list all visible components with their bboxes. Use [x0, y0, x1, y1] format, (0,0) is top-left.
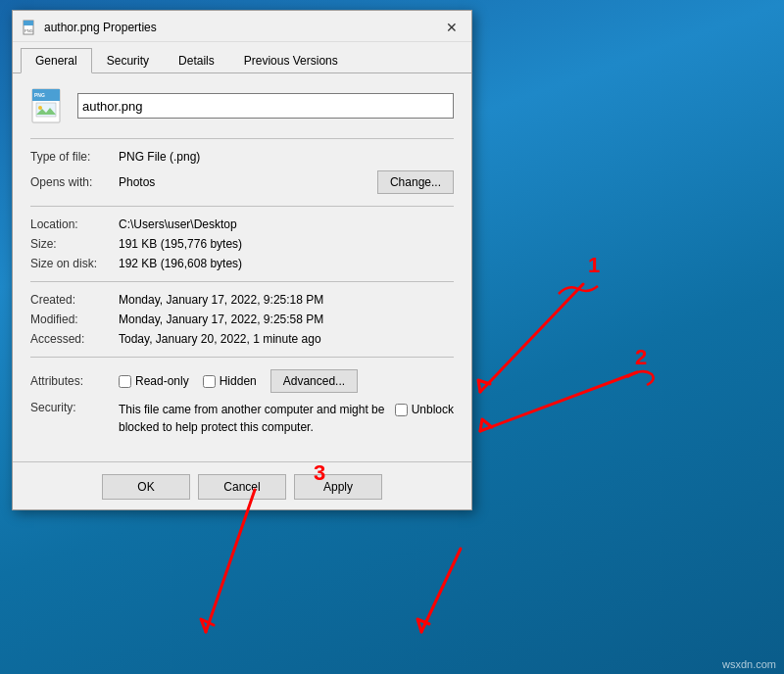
modified-row: Modified: Monday, January 17, 2022, 9:25…: [30, 310, 454, 329]
security-content: This file came from another computer and…: [119, 401, 454, 436]
close-button[interactable]: ✕: [440, 17, 464, 38]
type-row: Type of file: PNG File (.png): [30, 147, 454, 167]
accessed-label: Accessed:: [30, 332, 119, 346]
readonly-checkbox[interactable]: [119, 375, 131, 388]
attributes-label: Attributes:: [30, 374, 119, 388]
general-tab-content: PNG Type of file: PNG File (.png) Opens …: [13, 73, 471, 452]
location-label: Location:: [30, 217, 119, 231]
separator-4: [30, 357, 454, 358]
security-text: This file came from another computer and…: [119, 401, 385, 436]
tab-general[interactable]: General: [21, 48, 92, 73]
file-icon: PNG: [30, 87, 68, 124]
svg-text:PNG: PNG: [24, 28, 33, 33]
readonly-label: Read-only: [135, 374, 189, 388]
size-value: 191 KB (195,776 bytes): [119, 237, 454, 251]
type-label: Type of file:: [30, 150, 119, 164]
created-value: Monday, January 17, 2022, 9:25:18 PM: [119, 293, 454, 307]
advanced-button[interactable]: Advanced...: [270, 369, 358, 393]
security-label: Security:: [30, 401, 119, 414]
title-bar: PNG author.png Properties ✕: [13, 11, 471, 42]
hidden-checkbox[interactable]: [203, 375, 216, 388]
accessed-value: Today, January 20, 2022, 1 minute ago: [119, 332, 454, 346]
tabs-container: General Security Details Previous Versio…: [13, 42, 471, 73]
tab-security[interactable]: Security: [92, 48, 164, 73]
size-on-disk-row: Size on disk: 192 KB (196,608 bytes): [30, 254, 454, 273]
cancel-button[interactable]: Cancel: [198, 474, 286, 500]
location-value: C:\Users\user\Desktop: [119, 217, 454, 231]
properties-dialog: PNG author.png Properties ✕ General Secu…: [12, 10, 472, 510]
location-row: Location: C:\Users\user\Desktop: [30, 215, 454, 234]
file-name-row: PNG: [30, 87, 454, 124]
unblock-checkbox-label[interactable]: Unblock: [395, 403, 454, 416]
svg-rect-8: [24, 21, 33, 25]
tab-details[interactable]: Details: [164, 48, 229, 73]
change-button[interactable]: Change...: [377, 170, 454, 194]
attributes-controls: Read-only Hidden Advanced...: [119, 369, 358, 393]
svg-point-13: [38, 106, 42, 110]
opens-with-label: Opens with:: [30, 175, 119, 189]
svg-text:PNG: PNG: [34, 92, 45, 98]
ok-button[interactable]: OK: [102, 474, 190, 500]
modified-value: Monday, January 17, 2022, 9:25:58 PM: [119, 313, 454, 326]
size-row: Size: 191 KB (195,776 bytes): [30, 234, 454, 254]
separator-3: [30, 281, 454, 282]
type-value: PNG File (.png): [119, 150, 454, 164]
security-row: Security: This file came from another co…: [30, 397, 454, 440]
filename-input[interactable]: [77, 93, 454, 119]
hidden-label: Hidden: [220, 374, 257, 388]
attributes-row: Attributes: Read-only Hidden Advanced...: [30, 365, 454, 397]
opens-with-value: Photos: [119, 175, 377, 189]
file-icon-box: PNG: [30, 87, 68, 124]
unblock-label-text: Unblock: [412, 403, 454, 416]
accessed-row: Accessed: Today, January 20, 2022, 1 min…: [30, 329, 454, 349]
modified-label: Modified:: [30, 313, 119, 326]
tab-previous-versions[interactable]: Previous Versions: [229, 48, 353, 73]
button-row: OK Cancel Apply: [13, 461, 471, 509]
separator-2: [30, 206, 454, 207]
dialog-title: author.png Properties: [44, 21, 157, 34]
created-label: Created:: [30, 293, 119, 307]
size-on-disk-value: 192 KB (196,608 bytes): [119, 257, 454, 270]
readonly-checkbox-label[interactable]: Read-only: [119, 374, 189, 388]
size-label: Size:: [30, 237, 119, 251]
separator-1: [30, 138, 454, 139]
apply-button[interactable]: Apply: [294, 474, 382, 500]
unblock-checkbox[interactable]: [395, 404, 408, 416]
hidden-checkbox-label[interactable]: Hidden: [203, 374, 257, 388]
created-row: Created: Monday, January 17, 2022, 9:25:…: [30, 290, 454, 310]
size-on-disk-label: Size on disk:: [30, 257, 119, 270]
title-file-icon: PNG: [23, 20, 38, 35]
watermark: wsxdn.com: [722, 658, 776, 670]
opens-with-row: Opens with: Photos Change...: [30, 167, 454, 198]
